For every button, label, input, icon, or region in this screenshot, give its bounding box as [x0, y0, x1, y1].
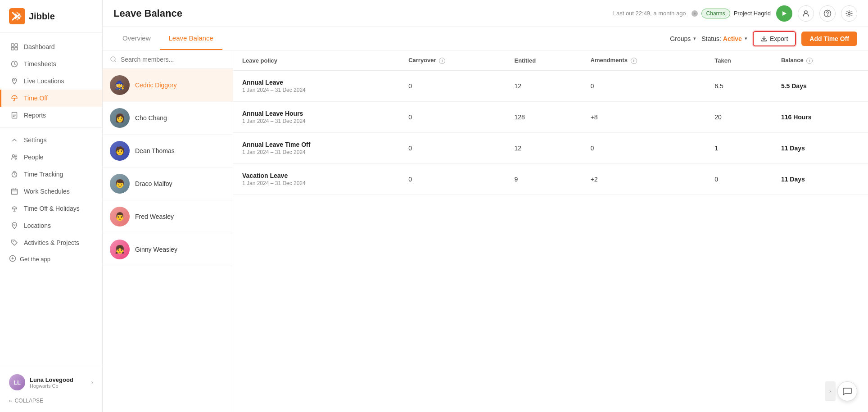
- cell-entitled: 9: [505, 164, 581, 195]
- top-header: Leave Balance Last out 22:49, a month ag…: [103, 0, 868, 27]
- cell-amendments: +2: [582, 164, 706, 195]
- sidebar-item-label-locations: Locations: [24, 222, 51, 229]
- carryover-info-icon[interactable]: i: [439, 58, 445, 64]
- body-split: 🧙 Cedric Diggory 👩 Cho Chang 🧑: [103, 50, 868, 412]
- balance-value: 5.5 Days: [781, 82, 807, 90]
- search-box: [103, 50, 233, 69]
- svg-point-21: [848, 12, 850, 14]
- table-row: Annual Leave 1 Jan 2024 – 31 Dec 2024 0 …: [233, 71, 868, 102]
- list-item[interactable]: 🧙 Cedric Diggory: [103, 69, 233, 102]
- get-app-item[interactable]: Get the app: [0, 251, 102, 267]
- list-item[interactable]: 👧 Ginny Weasley: [103, 233, 233, 266]
- search-input[interactable]: [121, 56, 226, 63]
- cell-carryover: 0: [399, 71, 505, 102]
- add-time-off-button[interactable]: Add Time Off: [801, 32, 857, 46]
- table-row: Annual Leave Hours 1 Jan 2024 – 31 Dec 2…: [233, 102, 868, 133]
- table-body: Annual Leave 1 Jan 2024 – 31 Dec 2024 0 …: [233, 71, 868, 195]
- col-taken: Taken: [705, 50, 772, 71]
- sidebar-item-people[interactable]: People: [0, 149, 102, 166]
- chat-expand-button[interactable]: ›: [825, 381, 836, 401]
- cell-carryover: 0: [399, 164, 505, 195]
- settings-button[interactable]: [841, 5, 857, 22]
- groups-button[interactable]: Groups ▾: [670, 35, 696, 42]
- tab-leave-balance[interactable]: Leave Balance: [160, 27, 222, 50]
- jibble-logo-icon: ✕: [9, 8, 25, 24]
- sidebar-item-reports[interactable]: Reports: [0, 107, 102, 124]
- main-content: Leave Balance Last out 22:49, a month ag…: [103, 0, 868, 412]
- umbrella-icon: [10, 94, 18, 102]
- svg-marker-16: [694, 12, 696, 15]
- cell-amendments: +8: [582, 102, 706, 133]
- list-item[interactable]: 👩 Cho Chang: [103, 102, 233, 135]
- cell-entitled: 12: [505, 71, 581, 102]
- sidebar-item-live-locations[interactable]: Live Locations: [0, 72, 102, 90]
- members-panel: 🧙 Cedric Diggory 👩 Cho Chang 🧑: [103, 50, 233, 412]
- list-item[interactable]: 🧑 Dean Thomas: [103, 135, 233, 168]
- timer-badge-text: Charms: [706, 10, 725, 17]
- export-button[interactable]: Export: [753, 31, 796, 46]
- cell-balance: 116 Hours: [772, 102, 868, 133]
- svg-rect-2: [11, 44, 14, 46]
- sidebar-item-settings[interactable]: Settings: [0, 131, 102, 149]
- sidebar-user[interactable]: LL Luna Lovegood Hogwarts Co ›: [0, 370, 102, 395]
- sidebar-item-label-settings: Settings: [24, 136, 47, 144]
- tab-overview[interactable]: Overview: [113, 27, 160, 50]
- svg-rect-5: [15, 47, 18, 50]
- sidebar-item-label-people: People: [24, 154, 44, 161]
- col-amendments: Amendments i: [582, 50, 706, 71]
- play-button[interactable]: [776, 5, 792, 22]
- sidebar-item-label-activities-projects: Activities & Projects: [24, 239, 79, 246]
- tab-bar: Overview Leave Balance Groups ▾ Status: …: [103, 27, 868, 50]
- sidebar-item-time-off[interactable]: Time Off: [0, 90, 102, 107]
- balance-info-icon[interactable]: i: [806, 58, 813, 64]
- page-title: Leave Balance: [113, 8, 182, 19]
- cell-entitled: 12: [505, 133, 581, 164]
- svg-point-13: [14, 224, 15, 226]
- profile-button[interactable]: [798, 5, 814, 22]
- sidebar-bottom: LL Luna Lovegood Hogwarts Co › « COLLAPS…: [0, 364, 102, 412]
- help-button[interactable]: [819, 5, 836, 22]
- groups-label: Groups: [670, 35, 691, 42]
- policy-dates: 1 Jan 2024 – 31 Dec 2024: [242, 180, 390, 186]
- sidebar-item-locations[interactable]: Locations: [0, 217, 102, 234]
- sidebar-item-label-time-tracking: Time Tracking: [24, 171, 63, 178]
- tabs: Overview Leave Balance: [113, 27, 222, 50]
- amendments-info-icon[interactable]: i: [631, 58, 637, 64]
- sidebar-item-timesheets[interactable]: Timesheets: [0, 55, 102, 72]
- add-time-off-label: Add Time Off: [809, 35, 849, 42]
- status-filter[interactable]: Status: Active ▾: [701, 35, 747, 42]
- svg-rect-4: [11, 47, 14, 50]
- cell-taken: 20: [705, 102, 772, 133]
- cell-taken: 6.5: [705, 71, 772, 102]
- sidebar-item-time-off-holidays[interactable]: Time Off & Holidays: [0, 200, 102, 217]
- avatar: LL: [9, 374, 25, 390]
- col-balance: Balance i: [772, 50, 868, 71]
- sidebar-item-work-schedules[interactable]: Work Schedules: [0, 183, 102, 200]
- list-item[interactable]: 👦 Draco Malfoy: [103, 168, 233, 200]
- status-value: Active: [723, 35, 742, 42]
- cell-taken: 0: [705, 164, 772, 195]
- member-name: Draco Malfoy: [135, 180, 172, 187]
- collapse-button[interactable]: « COLLAPSE: [0, 395, 102, 407]
- svg-point-7: [14, 80, 15, 81]
- file-icon: [10, 111, 18, 119]
- cell-carryover: 0: [399, 133, 505, 164]
- table-row: Vacation Leave 1 Jan 2024 – 31 Dec 2024 …: [233, 164, 868, 195]
- chat-widget-button[interactable]: [837, 381, 857, 401]
- sidebar-item-activities-projects[interactable]: Activities & Projects: [0, 234, 102, 251]
- nav-divider: [0, 127, 102, 128]
- sidebar-item-time-tracking[interactable]: Time Tracking: [0, 166, 102, 183]
- cell-entitled: 128: [505, 102, 581, 133]
- chevron-right-icon: ›: [91, 379, 93, 386]
- tab-actions: Groups ▾ Status: Active ▾ Export Add Tim…: [670, 31, 857, 46]
- cell-taken: 1: [705, 133, 772, 164]
- avatar: 👦: [110, 174, 130, 194]
- last-out-text: Last out 22:49, a month ago: [613, 10, 686, 17]
- cell-amendments: 0: [582, 133, 706, 164]
- sidebar-item-dashboard[interactable]: Dashboard: [0, 38, 102, 55]
- policy-name: Annual Leave Hours: [242, 110, 390, 117]
- cell-balance: 5.5 Days: [772, 71, 868, 102]
- list-item[interactable]: 👨 Fred Weasley: [103, 200, 233, 233]
- cell-carryover: 0: [399, 102, 505, 133]
- member-name: Cedric Diggory: [135, 81, 177, 89]
